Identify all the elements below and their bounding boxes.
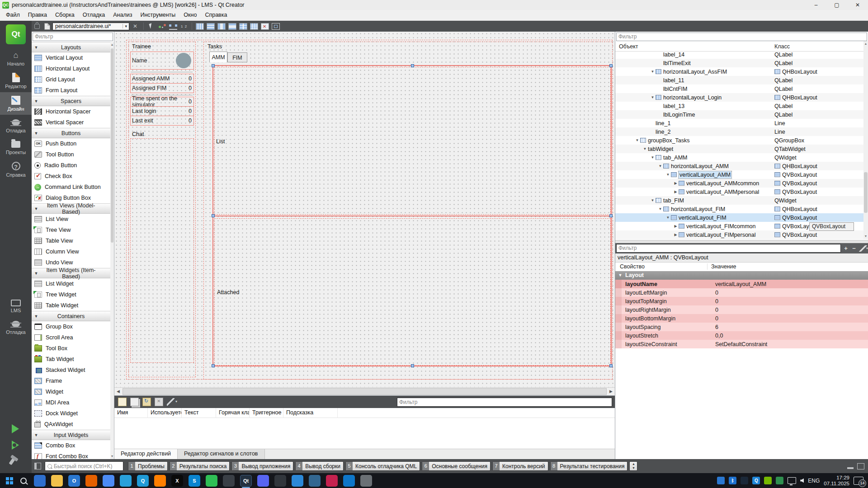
widget-item-frame[interactable]: Frame <box>32 375 110 386</box>
widget-item-vertical-layout[interactable]: Vertical Layout <box>32 52 110 63</box>
output-pane-button-результаты-тестирования[interactable]: 8Результаты тестирования <box>550 461 628 471</box>
layout-section-header[interactable]: ▼ Layout <box>615 271 868 280</box>
widget-item-group-box[interactable]: Group Box <box>32 321 110 332</box>
resize-handle[interactable] <box>411 64 414 67</box>
property-value[interactable]: 0 <box>712 298 868 305</box>
attached-cell[interactable] <box>214 218 611 366</box>
tray-defender-icon[interactable] <box>776 477 783 484</box>
mode-editor[interactable]: Редактор <box>0 70 32 92</box>
taskbar-explorer-icon[interactable] <box>51 475 63 487</box>
taskbar-devboard-icon[interactable] <box>223 475 235 487</box>
mode-home[interactable]: ⌂Начало <box>0 47 32 70</box>
widget-item-qaxwidget[interactable]: QAxWidget <box>32 419 110 430</box>
layout-horizontal-icon[interactable] <box>196 23 204 30</box>
debug-run-button[interactable] <box>0 437 32 453</box>
taskbar-postgresql-icon[interactable] <box>309 475 321 487</box>
taskbar-vscode-icon[interactable] <box>343 475 355 487</box>
bottom-tab-0[interactable]: Редактор действий <box>114 449 178 459</box>
lock-icon[interactable] <box>34 24 40 29</box>
layout-horizontal-splitter-icon[interactable] <box>217 23 226 30</box>
tray-bluetooth-icon[interactable]: ᛒ <box>729 477 736 484</box>
resize-handle[interactable] <box>609 364 613 367</box>
actions-column-3[interactable]: Горячая клавиш <box>216 408 250 418</box>
chevron-right-icon[interactable]: ▶ <box>673 181 679 185</box>
chevron-right-icon[interactable]: ▶ <box>673 190 679 194</box>
widget-item-vertical-spacer[interactable]: Vertical Spacer <box>32 117 110 128</box>
bottom-tab-1[interactable]: Редактор сигналов и слотов <box>178 449 264 459</box>
taskbar-utility-icon[interactable] <box>274 475 286 487</box>
remove-property-button[interactable]: − <box>850 245 858 252</box>
property-row-layoutSizeConstraint[interactable]: layoutSizeConstraintSetDefaultConstraint <box>615 340 868 348</box>
tree-row-groupBox_Tasks[interactable]: ▼groupBox_TasksQGroupBox <box>615 136 863 145</box>
tab-fim[interactable]: FIM <box>227 52 247 62</box>
mode-design[interactable]: Дизайн <box>0 92 32 115</box>
menu-item-5[interactable]: Инструменты <box>136 10 179 20</box>
notification-center-icon[interactable]: 14 <box>854 477 863 485</box>
mode-debug[interactable]: Отладка <box>0 115 32 136</box>
chevron-down-icon[interactable]: ▼ <box>650 198 656 202</box>
tree-row-label_13[interactable]: label_13QLabel <box>615 102 863 110</box>
property-row-layoutName[interactable]: layoutNameverticalLayout_AMM <box>615 280 868 288</box>
tree-row-label_14[interactable]: label_14QLabel <box>615 50 863 59</box>
volume-icon[interactable] <box>800 479 804 483</box>
widget-item-check-box[interactable]: Check Box <box>32 171 110 182</box>
widget-item-combo-box[interactable]: Combo Box <box>32 440 110 451</box>
taskbar-window-app-icon[interactable] <box>360 475 372 487</box>
open-document-selector[interactable]: personalcardtrainee.ui* ▾ <box>52 23 129 30</box>
tree-row-horizontalLayout_FIM[interactable]: ▼horizontalLayout_FIMQHBoxLayout <box>615 205 863 213</box>
build-button[interactable] <box>0 453 32 469</box>
network-icon[interactable] <box>788 477 796 484</box>
output-pane-button-консоль-отладчика-qml[interactable]: 5Консоль отладчика QML <box>345 461 420 471</box>
maximize-output-icon[interactable] <box>857 463 864 469</box>
adjust-size-icon[interactable] <box>272 23 280 30</box>
resize-handle[interactable] <box>212 364 215 367</box>
tray-quick-app-icon[interactable]: Q <box>752 477 760 484</box>
chevron-down-icon[interactable]: ▼ <box>650 70 656 74</box>
property-value[interactable]: 0 <box>712 315 868 322</box>
tree-row-lblCntFIM[interactable]: lblCntFIMQLabel <box>615 84 863 93</box>
scrollbar-thumb[interactable] <box>111 48 113 243</box>
scroll-left-icon[interactable]: ◀ <box>114 388 122 395</box>
tree-row-label_11[interactable]: label_11QLabel <box>615 76 863 84</box>
layout-vertical-icon[interactable] <box>207 23 215 30</box>
tree-row-verticalLayout_AMM[interactable]: ▼verticalLayout_AMMQVBoxLayout <box>615 170 863 179</box>
inspector-scrollbar[interactable]: ▲ ▼ <box>863 41 868 239</box>
tree-row-horizontalLayout_AssFIM[interactable]: ▼horizontalLayout_AssFIMQHBoxLayout <box>615 67 863 76</box>
tree-row-verticalLayout_AMMpersonal[interactable]: ▶verticalLayout_AMMpersonalQVBoxLayout <box>615 188 863 196</box>
actions-column-5[interactable]: Подсказка <box>283 408 338 418</box>
scroll-down-icon[interactable]: ▼ <box>110 454 114 459</box>
tree-row-verticalLayout_FIMpersonal[interactable]: ▶verticalLayout_FIMpersonalQVBoxLayout <box>615 230 863 239</box>
edit-tab-order-icon[interactable]: 1 2 <box>180 23 188 30</box>
output-pane-button-вывод-сборки[interactable]: 4Вывод сборки <box>295 461 344 471</box>
property-value[interactable]: SetDefaultConstraint <box>712 341 868 347</box>
property-row-layoutBottomMargin[interactable]: layoutBottomMargin0 <box>615 314 868 323</box>
resize-handle[interactable] <box>212 64 215 67</box>
widgetbox-section-5[interactable]: ▼Containers <box>32 311 110 321</box>
tree-row-line_1[interactable]: line_1Line <box>615 119 863 127</box>
widget-item-horizontal-spacer[interactable]: Horizontal Spacer <box>32 106 110 117</box>
menu-item-6[interactable]: Окно <box>179 10 201 20</box>
widget-item-dock-widget[interactable]: Dock Widget <box>32 408 110 419</box>
chevron-down-icon[interactable]: ▼ <box>665 173 671 177</box>
widget-item-push-button[interactable]: Push Button <box>32 138 110 149</box>
actions-column-4[interactable]: Триггерное <box>250 408 283 418</box>
taskbar-search-icon[interactable] <box>18 475 29 487</box>
taskbar-chrome-icon[interactable] <box>103 475 114 487</box>
widget-item-grid-layout[interactable]: Grid Layout <box>32 74 110 85</box>
close-button[interactable]: ✕ <box>847 0 868 10</box>
taskbar-x-icon[interactable]: X <box>171 475 183 487</box>
property-value[interactable]: 0 <box>712 307 868 313</box>
actions-column-1[interactable]: Используется <box>148 408 182 418</box>
property-row-layoutLeftMargin[interactable]: layoutLeftMargin0 <box>615 288 868 297</box>
tree-row-lblTimeExit[interactable]: lblTimeExitQLabel <box>615 59 863 67</box>
output-pane-button-результаты-поиска[interactable]: 2Результаты поиска <box>170 461 230 471</box>
taskbar-rider-icon[interactable] <box>326 475 338 487</box>
value-column-header[interactable]: Значение <box>707 263 736 270</box>
taskbar-whatsapp-icon[interactable] <box>206 475 217 487</box>
layout-grid-icon[interactable] <box>250 23 258 30</box>
tab-amm[interactable]: AMM <box>209 52 227 62</box>
tree-row-tabWidget[interactable]: ▼tabWidgetQTabWidget <box>615 145 863 153</box>
assigned-fim-row[interactable]: Assigned FIM 0 <box>130 83 194 93</box>
tree-row-horizontalLayout_Login[interactable]: ▼horizontalLayout_LoginQHBoxLayout <box>615 93 863 102</box>
widget-item-undo-view[interactable]: Undo View <box>32 257 110 268</box>
